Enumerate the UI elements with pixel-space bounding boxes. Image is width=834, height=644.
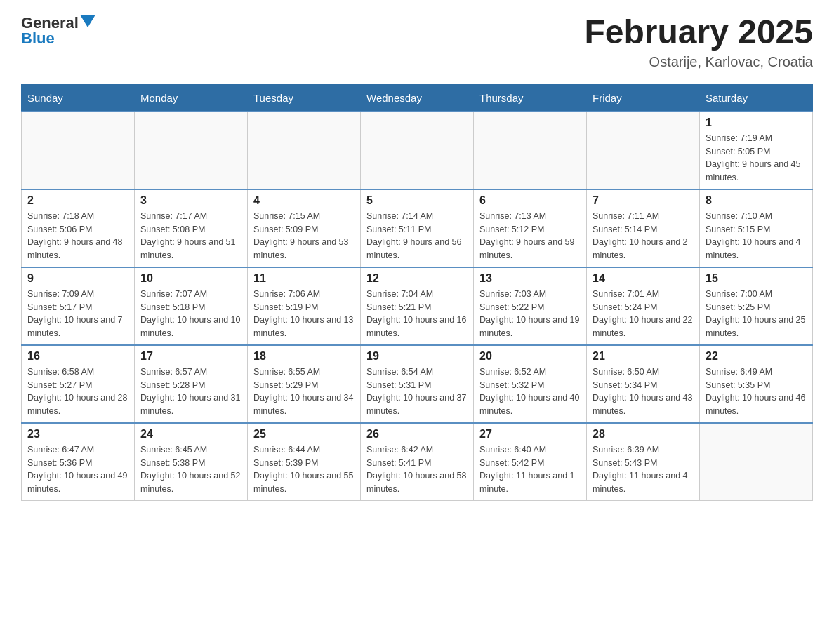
day-info: Sunrise: 7:00 AM Sunset: 5:25 PM Dayligh… (706, 288, 807, 340)
location-text: Ostarije, Karlovac, Croatia (584, 54, 813, 70)
day-info: Sunrise: 6:57 AM Sunset: 5:28 PM Dayligh… (140, 365, 241, 418)
day-info: Sunrise: 7:09 AM Sunset: 5:17 PM Dayligh… (27, 288, 128, 340)
calendar-cell: 6Sunrise: 7:13 AM Sunset: 5:12 PM Daylig… (474, 189, 587, 267)
day-info: Sunrise: 7:03 AM Sunset: 5:22 PM Dayligh… (479, 288, 581, 340)
day-number: 22 (706, 350, 807, 363)
day-number: 27 (479, 428, 581, 441)
day-number: 4 (253, 194, 355, 207)
header-title-block: February 2025 Ostarije, Karlovac, Croati… (584, 14, 813, 70)
day-header-tuesday: Tuesday (248, 84, 361, 112)
calendar-cell: 23Sunrise: 6:47 AM Sunset: 5:36 PM Dayli… (22, 423, 135, 501)
day-info: Sunrise: 7:11 AM Sunset: 5:14 PM Dayligh… (593, 210, 694, 262)
day-number: 12 (366, 272, 468, 285)
day-info: Sunrise: 7:17 AM Sunset: 5:08 PM Dayligh… (140, 210, 241, 262)
day-number: 20 (479, 350, 581, 363)
day-info: Sunrise: 7:14 AM Sunset: 5:11 PM Dayligh… (366, 210, 468, 262)
day-number: 11 (253, 272, 355, 285)
day-header-saturday: Saturday (700, 84, 813, 112)
calendar-cell: 26Sunrise: 6:42 AM Sunset: 5:41 PM Dayli… (361, 423, 474, 501)
month-title: February 2025 (584, 14, 813, 51)
day-info: Sunrise: 6:55 AM Sunset: 5:29 PM Dayligh… (253, 365, 355, 418)
day-number: 9 (27, 272, 128, 285)
day-number: 13 (479, 272, 581, 285)
day-info: Sunrise: 6:54 AM Sunset: 5:31 PM Dayligh… (366, 365, 468, 418)
calendar-cell: 8Sunrise: 7:10 AM Sunset: 5:15 PM Daylig… (700, 189, 813, 267)
calendar-cell: 18Sunrise: 6:55 AM Sunset: 5:29 PM Dayli… (248, 345, 361, 423)
day-number: 3 (140, 194, 241, 207)
day-number: 23 (27, 428, 128, 441)
day-info: Sunrise: 7:18 AM Sunset: 5:06 PM Dayligh… (27, 210, 128, 262)
logo: General Blue (21, 14, 95, 48)
day-number: 19 (366, 350, 468, 363)
day-number: 15 (706, 272, 807, 285)
day-header-sunday: Sunday (22, 84, 135, 112)
calendar-cell (474, 112, 587, 189)
day-number: 7 (593, 194, 694, 207)
day-header-wednesday: Wednesday (361, 84, 474, 112)
calendar-cell: 20Sunrise: 6:52 AM Sunset: 5:32 PM Dayli… (474, 345, 587, 423)
calendar-cell: 15Sunrise: 7:00 AM Sunset: 5:25 PM Dayli… (700, 267, 813, 345)
day-header-friday: Friday (587, 84, 700, 112)
day-info: Sunrise: 7:06 AM Sunset: 5:19 PM Dayligh… (253, 288, 355, 340)
calendar-cell (361, 112, 474, 189)
calendar-cell (248, 112, 361, 189)
day-number: 14 (593, 272, 694, 285)
calendar-cell (135, 112, 248, 189)
day-info: Sunrise: 7:04 AM Sunset: 5:21 PM Dayligh… (366, 288, 468, 340)
calendar-cell: 2Sunrise: 7:18 AM Sunset: 5:06 PM Daylig… (22, 189, 135, 267)
day-info: Sunrise: 6:42 AM Sunset: 5:41 PM Dayligh… (366, 443, 468, 496)
calendar-table: SundayMondayTuesdayWednesdayThursdayFrid… (21, 84, 813, 501)
calendar-cell: 16Sunrise: 6:58 AM Sunset: 5:27 PM Dayli… (22, 345, 135, 423)
day-number: 10 (140, 272, 241, 285)
calendar-cell (22, 112, 135, 189)
calendar-header-row: SundayMondayTuesdayWednesdayThursdayFrid… (22, 84, 813, 112)
calendar-cell: 5Sunrise: 7:14 AM Sunset: 5:11 PM Daylig… (361, 189, 474, 267)
day-info: Sunrise: 7:13 AM Sunset: 5:12 PM Dayligh… (479, 210, 581, 262)
calendar-cell (587, 112, 700, 189)
calendar-cell: 1Sunrise: 7:19 AM Sunset: 5:05 PM Daylig… (700, 112, 813, 189)
day-info: Sunrise: 7:15 AM Sunset: 5:09 PM Dayligh… (253, 210, 355, 262)
day-number: 25 (253, 428, 355, 441)
calendar-cell: 27Sunrise: 6:40 AM Sunset: 5:42 PM Dayli… (474, 423, 587, 501)
calendar-cell: 7Sunrise: 7:11 AM Sunset: 5:14 PM Daylig… (587, 189, 700, 267)
day-number: 17 (140, 350, 241, 363)
day-number: 21 (593, 350, 694, 363)
svg-marker-0 (80, 15, 95, 27)
day-number: 26 (366, 428, 468, 441)
day-number: 1 (706, 116, 807, 129)
calendar-week-row: 23Sunrise: 6:47 AM Sunset: 5:36 PM Dayli… (22, 423, 813, 501)
calendar-cell: 9Sunrise: 7:09 AM Sunset: 5:17 PM Daylig… (22, 267, 135, 345)
calendar-cell: 28Sunrise: 6:39 AM Sunset: 5:43 PM Dayli… (587, 423, 700, 501)
calendar-cell: 10Sunrise: 7:07 AM Sunset: 5:18 PM Dayli… (135, 267, 248, 345)
day-info: Sunrise: 6:52 AM Sunset: 5:32 PM Dayligh… (479, 365, 581, 418)
day-info: Sunrise: 7:01 AM Sunset: 5:24 PM Dayligh… (593, 288, 694, 340)
day-header-thursday: Thursday (474, 84, 587, 112)
day-info: Sunrise: 6:49 AM Sunset: 5:35 PM Dayligh… (706, 365, 807, 418)
day-number: 24 (140, 428, 241, 441)
calendar-week-row: 1Sunrise: 7:19 AM Sunset: 5:05 PM Daylig… (22, 112, 813, 189)
calendar-cell: 3Sunrise: 7:17 AM Sunset: 5:08 PM Daylig… (135, 189, 248, 267)
calendar-cell: 21Sunrise: 6:50 AM Sunset: 5:34 PM Dayli… (587, 345, 700, 423)
calendar-cell: 12Sunrise: 7:04 AM Sunset: 5:21 PM Dayli… (361, 267, 474, 345)
day-header-monday: Monday (135, 84, 248, 112)
calendar-cell (700, 423, 813, 501)
day-number: 5 (366, 194, 468, 207)
day-info: Sunrise: 6:40 AM Sunset: 5:42 PM Dayligh… (479, 443, 581, 496)
day-info: Sunrise: 7:07 AM Sunset: 5:18 PM Dayligh… (140, 288, 241, 340)
day-info: Sunrise: 6:44 AM Sunset: 5:39 PM Dayligh… (253, 443, 355, 496)
calendar-week-row: 9Sunrise: 7:09 AM Sunset: 5:17 PM Daylig… (22, 267, 813, 345)
logo-blue-text: Blue (21, 29, 55, 48)
page-header: General Blue February 2025 Ostarije, Kar… (21, 14, 813, 70)
calendar-cell: 24Sunrise: 6:45 AM Sunset: 5:38 PM Dayli… (135, 423, 248, 501)
day-info: Sunrise: 6:39 AM Sunset: 5:43 PM Dayligh… (593, 443, 694, 496)
calendar-cell: 13Sunrise: 7:03 AM Sunset: 5:22 PM Dayli… (474, 267, 587, 345)
calendar-cell: 4Sunrise: 7:15 AM Sunset: 5:09 PM Daylig… (248, 189, 361, 267)
calendar-cell: 25Sunrise: 6:44 AM Sunset: 5:39 PM Dayli… (248, 423, 361, 501)
day-info: Sunrise: 7:19 AM Sunset: 5:05 PM Dayligh… (706, 132, 807, 185)
day-number: 18 (253, 350, 355, 363)
calendar-week-row: 2Sunrise: 7:18 AM Sunset: 5:06 PM Daylig… (22, 189, 813, 267)
calendar-cell: 22Sunrise: 6:49 AM Sunset: 5:35 PM Dayli… (700, 345, 813, 423)
calendar-cell: 19Sunrise: 6:54 AM Sunset: 5:31 PM Dayli… (361, 345, 474, 423)
day-number: 28 (593, 428, 694, 441)
calendar-week-row: 16Sunrise: 6:58 AM Sunset: 5:27 PM Dayli… (22, 345, 813, 423)
